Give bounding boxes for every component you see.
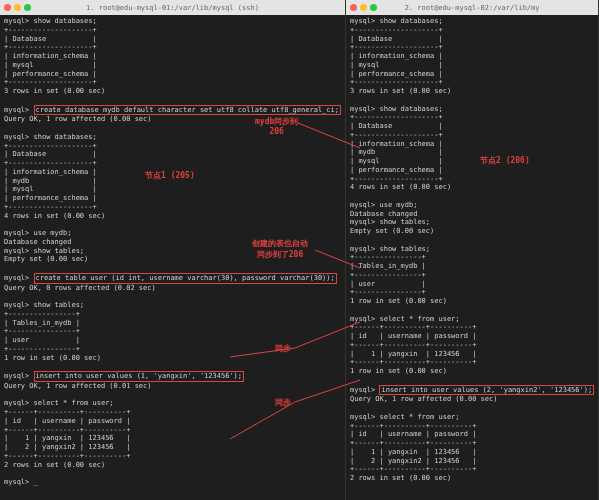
annotation-sync2: 同步 <box>275 397 291 408</box>
sql-create-db: create database mydb default character s… <box>34 105 341 116</box>
annotation-node1: 节点1 (205) <box>145 170 195 181</box>
annotation-table-sync: 创建的表也自动 同步到了206 <box>252 238 308 260</box>
window-title: 2. root@edu-mysql-02:/var/lib/my <box>346 4 598 12</box>
terminal-output-right[interactable]: mysql> show databases; +----------------… <box>346 15 598 500</box>
annotation-mydb-sync: mydb同步到 206 <box>255 116 298 136</box>
sql-insert-2: insert into user values (2, 'yangxin2', … <box>379 385 594 396</box>
sql-insert-1: insert into user values (1, 'yangxin', '… <box>34 371 245 382</box>
titlebar-right: 2. root@edu-mysql-02:/var/lib/my <box>346 0 598 15</box>
annotation-node2: 节点2 (206) <box>480 155 530 166</box>
sql-create-table: create table user (id int, username varc… <box>34 273 337 284</box>
titlebar-left: 1. root@edu-mysql-01:/var/lib/mysql (ssh… <box>0 0 345 15</box>
annotation-sync1: 同步 <box>275 343 291 354</box>
window-title: 1. root@edu-mysql-01:/var/lib/mysql (ssh… <box>0 4 345 12</box>
terminal-pane-right: 2. root@edu-mysql-02:/var/lib/my mysql> … <box>346 0 599 500</box>
